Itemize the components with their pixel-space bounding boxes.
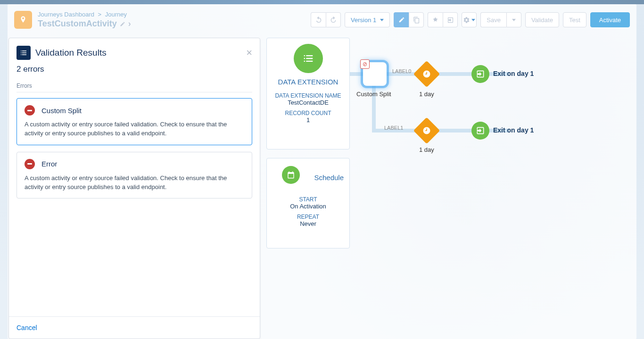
close-icon[interactable]: × — [246, 48, 252, 58]
error-icon — [25, 159, 35, 169]
errors-section-label: Errors — [17, 83, 252, 92]
path-label-1: LABEL1 — [384, 125, 403, 131]
exit-node-0[interactable] — [471, 65, 489, 83]
wait-node-0[interactable] — [413, 61, 440, 88]
error-desc: A custom activity or entry source failed… — [25, 120, 244, 138]
record-count-value: 1 — [267, 116, 349, 124]
wait-node-1[interactable] — [413, 117, 440, 144]
datasource-name-label: DATA EXTENSION NAME — [267, 92, 349, 99]
datasource-card[interactable]: DATA EXTENSION DATA EXTENSION NAME TestC… — [266, 38, 350, 149]
datasource-heading: DATA EXTENSION — [267, 78, 349, 86]
breadcrumb: Journeys Dashboard > Journey — [38, 11, 131, 18]
error-card[interactable]: Custom Split A custom activity or entry … — [17, 98, 252, 145]
undo-button[interactable] — [311, 12, 326, 27]
activate-button[interactable]: Activate — [590, 12, 630, 27]
custom-split-label: Custom Split — [356, 91, 391, 98]
save-dropdown-button[interactable] — [506, 12, 521, 27]
cancel-link[interactable]: Cancel — [17, 324, 37, 331]
validation-panel: Validation Results × 2 errors Errors Cus… — [8, 38, 260, 339]
redo-button[interactable] — [326, 12, 341, 27]
record-count-label: RECORD COUNT — [267, 110, 349, 116]
validation-title: Validation Results — [35, 48, 107, 58]
schedule-heading: Schedule — [314, 174, 344, 182]
journey-icon — [14, 11, 32, 29]
save-button[interactable]: Save — [480, 12, 506, 27]
test-button[interactable]: Test — [563, 12, 586, 27]
node-error-icon: ⊘ — [360, 59, 370, 69]
edit-mode-button[interactable] — [394, 12, 409, 27]
header-bar: Journeys Dashboard > Journey TestCustomA… — [14, 9, 630, 30]
goal-button[interactable] — [428, 12, 443, 27]
caret-down-icon — [471, 19, 475, 21]
chevron-right-icon[interactable]: › — [128, 19, 131, 29]
wait-label-0: 1 day — [419, 91, 434, 98]
exit-node-1[interactable] — [471, 122, 489, 140]
validation-summary: 2 errors — [17, 65, 252, 74]
breadcrumb-dashboard[interactable]: Journeys Dashboard — [38, 11, 94, 18]
journey-canvas[interactable]: ⊘ Custom Split LABEL0 LABEL1 1 day 1 day… — [350, 38, 630, 339]
schedule-repeat-value: Never — [272, 220, 344, 227]
settings-button[interactable] — [462, 12, 477, 27]
journey-title: TestCustomActivity — [38, 19, 117, 29]
exit-label-1: Exit on day 1 — [493, 126, 534, 134]
schedule-start-label: START — [272, 196, 344, 203]
schedule-icon — [282, 166, 300, 184]
error-title: Error — [41, 160, 57, 168]
datasource-name-value: TestContactDE — [267, 99, 349, 106]
validate-button[interactable]: Validate — [525, 12, 559, 27]
error-icon — [25, 105, 35, 116]
exit-label-0: Exit on day 1 — [493, 70, 534, 77]
copy-button[interactable] — [409, 12, 424, 27]
edit-title-icon[interactable] — [120, 21, 125, 27]
error-desc: A custom activity or entry source failed… — [25, 174, 244, 192]
breadcrumb-journey[interactable]: Journey — [105, 11, 127, 18]
validation-icon — [17, 46, 31, 60]
custom-split-node[interactable]: ⊘ — [363, 62, 387, 86]
schedule-card[interactable]: Schedule START On Activation REPEAT Neve… — [266, 158, 350, 248]
exit-criteria-button[interactable] — [443, 12, 458, 27]
path-label-0: LABEL0 — [392, 68, 411, 74]
error-title: Custom Split — [41, 107, 82, 115]
wait-label-1: 1 day — [419, 146, 434, 153]
version-dropdown[interactable]: Version 1 — [345, 12, 390, 27]
caret-down-icon — [380, 19, 384, 21]
schedule-start-value: On Activation — [272, 203, 344, 210]
data-extension-icon — [294, 44, 323, 73]
schedule-repeat-label: REPEAT — [272, 214, 344, 220]
error-card[interactable]: Error A custom activity or entry source … — [17, 152, 252, 199]
